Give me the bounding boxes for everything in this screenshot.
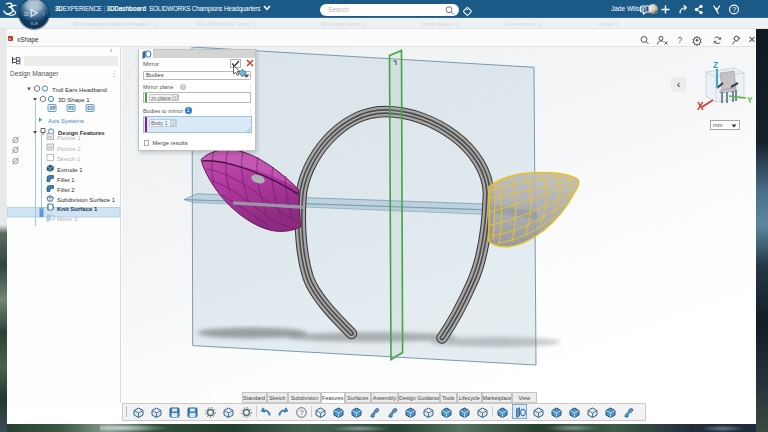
svg-text:/: / [43, 12, 45, 17]
svg-text:Knit Surface 1: Knit Surface 1 [57, 206, 98, 212]
svg-text:Troll Ears Headband: Troll Ears Headband [52, 87, 107, 93]
svg-text:3D: 3D [24, 12, 31, 17]
svg-text:V+R: V+R [31, 22, 39, 26]
svg-text:Z: Z [713, 60, 718, 70]
svg-text:Picture 1: Picture 1 [57, 135, 81, 141]
svg-text:Sketch 1: Sketch 1 [57, 156, 81, 162]
svg-text:?: ? [300, 408, 304, 417]
svg-text:Fillet 1: Fillet 1 [57, 177, 75, 183]
svg-text:Picture 2: Picture 2 [57, 146, 81, 152]
svg-text:XP: XP [49, 106, 55, 111]
svg-text:E3: E3 [87, 106, 93, 111]
svg-text:?: ? [732, 6, 736, 13]
svg-text:Axis Systems: Axis Systems [48, 118, 84, 124]
svg-text:Fillet 2: Fillet 2 [57, 187, 75, 193]
svg-text:X: X [697, 101, 704, 112]
svg-text:Extrude 1: Extrude 1 [57, 167, 83, 173]
svg-text:Y: Y [747, 95, 753, 105]
svg-text:P2: P2 [68, 106, 74, 111]
svg-text:3D Shape 1: 3D Shape 1 [58, 97, 90, 103]
svg-text:?: ? [678, 35, 683, 45]
svg-text:Mirror 1: Mirror 1 [57, 216, 78, 222]
svg-text:Subdivision Surface 1: Subdivision Surface 1 [57, 197, 116, 203]
